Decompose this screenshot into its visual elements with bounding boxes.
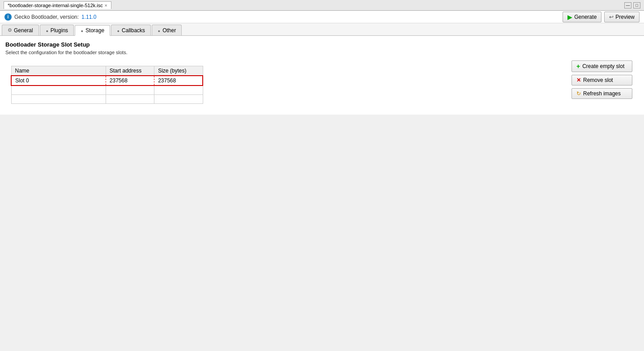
title-tab-close-icon[interactable]: ×	[105, 3, 107, 8]
plugins-tab-icon: ⬥	[46, 28, 49, 33]
title-tab-label: *bootloader-storage-internal-single-512k…	[8, 3, 103, 8]
remove-slot-button[interactable]: ✕ Remove slot	[571, 75, 632, 86]
col-size-bytes: Size (bytes)	[154, 66, 203, 76]
table-header-row: Name Start address Size (bytes)	[11, 66, 203, 76]
section-description: Select the configuration for the bootloa…	[5, 50, 639, 55]
preview-button[interactable]: ↩ Preview	[604, 12, 640, 22]
other-tab-icon: ⬥	[158, 28, 161, 33]
minimize-button[interactable]: —	[624, 2, 631, 9]
storage-tab-icon: ⬥	[81, 28, 84, 33]
tab-callbacks[interactable]: ⬥ Callbacks	[111, 25, 151, 35]
tab-callbacks-label: Callbacks	[122, 27, 145, 34]
general-tab-icon: ⚙	[8, 27, 12, 33]
preview-label: Preview	[615, 14, 635, 20]
slot-size-bytes-cell: 237568	[154, 76, 203, 86]
table-row[interactable]: Slot 0 237568 237568	[11, 76, 203, 86]
tab-plugins[interactable]: ⬥ Plugins	[40, 25, 74, 35]
info-bar: i Gecko Bootloader, version: 1.11.0 ▶ Ge…	[0, 11, 644, 23]
toolbar-buttons: ▶ Generate ↩ Preview	[563, 12, 640, 22]
x-icon: ✕	[576, 77, 581, 83]
generate-button[interactable]: ▶ Generate	[563, 12, 601, 22]
title-bar-left: *bootloader-storage-internal-single-512k…	[4, 1, 111, 9]
tab-storage[interactable]: ⬥ Storage	[75, 25, 110, 36]
refresh-icon: ↻	[576, 90, 581, 97]
table-empty-row-2	[11, 94, 203, 103]
tab-general[interactable]: ⚙ General	[2, 25, 39, 35]
create-empty-slot-label: Create empty slot	[582, 63, 624, 69]
tab-bar: ⚙ General ⬥ Plugins ⬥ Storage ⬥ Callback…	[0, 23, 644, 36]
info-icon: i	[4, 13, 12, 21]
action-buttons-panel: + Create empty slot ✕ Remove slot ↻ Refr…	[571, 60, 634, 99]
slot-name-cell: Slot 0	[11, 76, 106, 86]
section-title: Bootloader Storage Slot Setup	[5, 41, 639, 48]
storage-slot-table: Name Start address Size (bytes) Slot 0 2…	[11, 66, 203, 104]
title-tab[interactable]: *bootloader-storage-internal-single-512k…	[4, 1, 111, 9]
plus-icon: +	[576, 63, 580, 70]
tab-storage-label: Storage	[85, 27, 104, 34]
tab-plugins-label: Plugins	[51, 27, 68, 34]
title-bar-right: — □	[624, 2, 640, 9]
refresh-images-label: Refresh images	[583, 90, 621, 97]
content-area: Name Start address Size (bytes) Slot 0 2…	[5, 60, 639, 109]
slot-start-address-cell: 237568	[106, 76, 154, 86]
info-bar-left: i Gecko Bootloader, version: 1.11.0	[4, 13, 96, 21]
col-name: Name	[11, 66, 106, 76]
refresh-images-button[interactable]: ↻ Refresh images	[571, 88, 632, 99]
maximize-button[interactable]: □	[633, 2, 640, 9]
generate-label: Generate	[574, 14, 597, 20]
main-content: Bootloader Storage Slot Setup Select the…	[0, 36, 644, 115]
generate-icon: ▶	[567, 13, 572, 21]
app-name-label: Gecko Bootloader, version:	[14, 14, 79, 20]
title-bar: *bootloader-storage-internal-single-512k…	[0, 0, 644, 11]
preview-icon: ↩	[609, 14, 614, 20]
tab-other[interactable]: ⬥ Other	[152, 25, 182, 35]
create-empty-slot-button[interactable]: + Create empty slot	[571, 60, 632, 72]
tab-general-label: General	[14, 27, 33, 34]
callbacks-tab-icon: ⬥	[117, 28, 120, 33]
remove-slot-label: Remove slot	[583, 77, 613, 83]
app-version-label: 1.11.0	[81, 14, 96, 20]
tab-other-label: Other	[162, 27, 176, 34]
section-header: Bootloader Storage Slot Setup Select the…	[5, 41, 639, 55]
table-area: Name Start address Size (bytes) Slot 0 2…	[11, 66, 633, 104]
table-empty-row-1	[11, 86, 203, 94]
col-start-address: Start address	[106, 66, 154, 76]
